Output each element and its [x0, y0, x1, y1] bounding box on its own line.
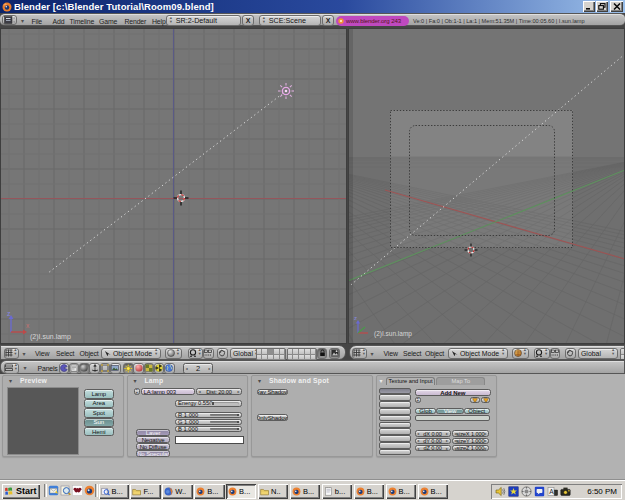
task-button-search-0[interactable]: B... [99, 484, 129, 499]
slider-knob[interactable] [237, 421, 239, 424]
collapse-triangle-icon[interactable]: ▾ [371, 351, 374, 357]
only-shadow-toggle[interactable]: OnlyShadow [257, 414, 289, 421]
tray-volume[interactable] [495, 486, 506, 497]
menu-file[interactable]: File [32, 16, 43, 27]
auto-name-left-button[interactable] [470, 397, 480, 403]
task-button-folder-1[interactable]: F... [130, 484, 160, 499]
transform-orientation-icon-button[interactable] [217, 348, 229, 359]
menu-view[interactable]: View [35, 348, 49, 359]
quick-launch-bat-app[interactable] [72, 485, 83, 496]
task-button-blender-10[interactable]: B... [418, 484, 448, 499]
size-z-field[interactable]: ◂ sizeZ 1.000 ▸ [452, 445, 489, 451]
sun-lamp-object[interactable] [278, 83, 294, 99]
shading-context-button[interactable] [79, 363, 90, 374]
lamp-type-area-button[interactable]: Area [84, 399, 115, 408]
tray-messenger[interactable] [534, 486, 545, 497]
mode-dropdown[interactable]: Object Mode ▲▼ [448, 348, 508, 359]
transform-orientation-icon-button[interactable] [565, 348, 577, 359]
layer-toggle[interactable]: Layer [136, 429, 171, 436]
menu-object[interactable]: Object [80, 348, 99, 359]
scene-context-button[interactable] [110, 363, 121, 374]
no-specular-toggle[interactable]: No Specular [136, 450, 171, 457]
frame-increment-icon[interactable]: ▸ [208, 366, 210, 371]
editor-type-button[interactable]: ▲▼ [4, 363, 19, 374]
object-name-field[interactable] [415, 415, 490, 421]
lamp-type-sun-button[interactable]: Sun [84, 418, 115, 427]
quick-launch-explorer-search[interactable] [60, 485, 71, 496]
lamp-type-hemi-button[interactable]: Hemi [84, 427, 115, 436]
start-button[interactable]: Start [2, 484, 40, 499]
energy-slider[interactable]: Energy 0.550 [175, 400, 243, 407]
panel-collapse-icon[interactable]: ▾ [134, 378, 137, 384]
increment-icon[interactable]: ▸ [446, 438, 448, 443]
texture-channel-slot[interactable] [379, 408, 412, 415]
decrement-icon[interactable]: ◂ [199, 389, 201, 394]
menu-game[interactable]: Game [99, 16, 117, 27]
offset-z-field[interactable]: ◂ dZ 0.00 ▸ [415, 445, 451, 451]
lamp-subcontext-button[interactable] [123, 363, 134, 374]
minimize-button[interactable] [583, 1, 595, 12]
increment-icon[interactable]: ▸ [237, 389, 239, 394]
texture-channel-slot[interactable] [379, 435, 412, 442]
increment-icon[interactable]: ▸ [446, 446, 448, 451]
offset-x-field[interactable]: ◂ dX 0.00 ▸ [415, 430, 451, 436]
texture-browse-button[interactable]: ▲▼ [415, 397, 422, 403]
title-bar[interactable]: Blender [c:\Blender Tutorial\Room09.blen… [0, 0, 625, 13]
menu-render[interactable]: Render [125, 16, 147, 27]
lamp-browse-button[interactable]: ▲▼ [134, 388, 141, 395]
scene-delete-button[interactable]: X [322, 15, 334, 26]
task-button-notepad-7[interactable]: b... [322, 484, 352, 499]
restore-button[interactable] [596, 1, 608, 12]
collapse-triangle-icon[interactable]: ▾ [21, 18, 24, 24]
decrement-icon[interactable]: ◂ [417, 446, 419, 451]
draw-mode-button[interactable]: ▲▼ [512, 348, 529, 359]
coord-view-button[interactable]: View [436, 408, 463, 415]
size-y-field[interactable]: ◂ sizeY 1.000 ▸ [452, 438, 489, 444]
slider-knob[interactable] [212, 402, 214, 405]
screen-selector[interactable]: ▲▼ SR:2-Default [166, 15, 241, 26]
pivot-dropdown[interactable]: ▲▼ [534, 348, 550, 359]
auto-name-right-button[interactable] [481, 397, 491, 403]
screen-delete-button[interactable]: X [242, 15, 254, 26]
texture-subcontext-button[interactable] [144, 363, 155, 374]
tab-texture-and-input[interactable]: Texture and Input [386, 377, 436, 385]
frame-number-field[interactable]: ◂ 2 ▸ [183, 363, 213, 374]
quick-launch-blender[interactable] [84, 485, 95, 496]
orientation-dropdown[interactable]: Global ▲▼ [578, 348, 618, 359]
tab-map-to[interactable]: Map To [436, 377, 485, 385]
slider-knob[interactable] [237, 414, 239, 417]
green-slider-groove[interactable] [210, 421, 239, 424]
quick-launch-outlook-express[interactable] [48, 485, 59, 496]
slider-knob[interactable] [237, 428, 239, 431]
editor-type-button[interactable]: ▲▼ [352, 348, 367, 359]
task-button-blender-8[interactable]: B... [354, 484, 384, 499]
collapse-triangle-icon[interactable]: ▾ [23, 351, 26, 357]
lock-layers-button[interactable] [317, 348, 327, 359]
no-diffuse-toggle[interactable]: No Diffuse [136, 443, 171, 450]
increment-icon[interactable]: ▸ [485, 431, 487, 436]
dist-field[interactable]: ◂ Dist: 20.00 ▸ [196, 388, 242, 395]
frame-decrement-icon[interactable]: ◂ [186, 366, 188, 371]
coord-object-button[interactable]: Object [464, 408, 490, 415]
world-subcontext-button[interactable] [164, 363, 175, 374]
mode-dropdown[interactable]: Object Mode ▲▼ [101, 348, 161, 359]
texture-channel-slot[interactable] [379, 401, 412, 408]
lamp-type-spot-button[interactable]: Spot [84, 408, 115, 417]
object-context-button[interactable] [89, 363, 100, 374]
script-context-button[interactable] [69, 363, 80, 374]
lamp-color-swatch[interactable] [175, 436, 244, 445]
blue-slider-groove[interactable] [210, 428, 239, 431]
blue-slider[interactable]: B 1.000 [175, 426, 243, 433]
pivot-dropdown[interactable]: ▲▼ [188, 348, 204, 359]
increment-icon[interactable]: ▸ [485, 438, 487, 443]
add-new-button[interactable]: Add New [415, 389, 491, 396]
draw-mode-button[interactable]: ▲▼ [165, 348, 182, 359]
scene-selector[interactable]: ▲▼ SCE:Scene [259, 15, 321, 26]
decrement-icon[interactable]: ◂ [417, 438, 419, 443]
window-type-button[interactable] [2, 15, 17, 25]
panels-label[interactable]: Panels [38, 363, 58, 374]
menu-object[interactable]: Object [425, 348, 444, 359]
close-button[interactable] [610, 1, 623, 12]
menu-select[interactable]: Select [56, 348, 74, 359]
texture-channel-slot[interactable] [379, 388, 412, 395]
